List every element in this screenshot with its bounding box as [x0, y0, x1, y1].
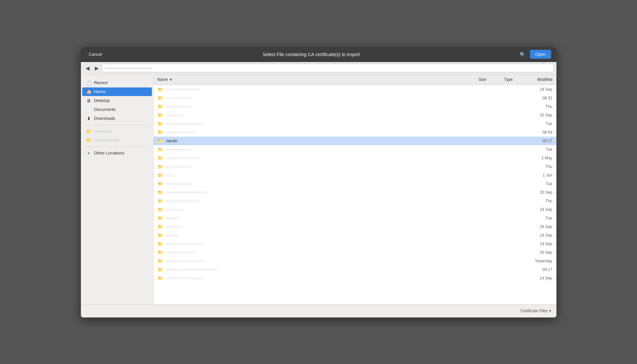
breadcrumb-text: ————————————	[105, 66, 153, 70]
file-modified: 20 Sep	[513, 113, 552, 117]
file-chooser-dialog: Cancel Select File containing CA certifi…	[81, 47, 556, 317]
filter-dropdown-icon: ▾	[549, 309, 551, 313]
folder-icon: 📁	[158, 215, 163, 221]
folder-icon: 📁	[86, 129, 91, 134]
folder-icon: 📁	[86, 138, 91, 143]
file-name: —————————	[166, 276, 204, 281]
file-modified: 18 Sep	[513, 207, 552, 212]
table-row[interactable]: 📁————26 Sep	[154, 222, 556, 231]
cancel-button[interactable]: Cancel	[86, 50, 105, 58]
file-name: ——	[166, 173, 174, 178]
sidebar-item-downloads[interactable]: ⬇ Downloads	[82, 114, 152, 123]
sidebar-item-label: Desktop	[94, 98, 110, 103]
table-row[interactable]: 📁——————————20 Sep	[154, 188, 556, 197]
sidebar-item-home[interactable]: 🏠 Home	[82, 87, 152, 96]
table-row[interactable]: 📁————————18 Sep	[154, 85, 556, 94]
col-modified-header[interactable]: Modified	[513, 77, 552, 82]
file-name: ———————	[166, 250, 196, 255]
table-row[interactable]: 📁——————Thu	[154, 162, 556, 171]
file-modified: 20 Sep	[513, 250, 552, 255]
recent-icon: 🕐	[86, 80, 91, 85]
sidebar-item-bm1[interactable]: 📁 ————	[82, 127, 152, 136]
file-name: ————	[166, 207, 183, 212]
file-name: ——————	[166, 95, 192, 100]
table-row[interactable]: 📁————20 Sep	[154, 111, 556, 119]
file-name: ——————	[166, 147, 192, 152]
table-row[interactable]: 📁———————08:59	[154, 128, 556, 137]
column-header: Name ▼ Size Type Modified	[154, 75, 556, 85]
table-row[interactable]: 📁——————Tue	[154, 180, 556, 188]
file-modified: 2 May	[513, 156, 552, 160]
file-modified: 09:17	[513, 139, 552, 143]
col-name-label: Name	[158, 77, 168, 82]
file-modified: Tue	[513, 216, 552, 220]
sidebar-item-label: Home	[94, 89, 106, 94]
table-row[interactable]: 📁————————Thu	[154, 197, 556, 205]
sidebar-places: 🕐 Recent 🏠 Home 🖥 Desktop 📄 Documents	[81, 79, 153, 123]
table-row[interactable]: 📁——————08:31	[154, 94, 556, 102]
col-size-header[interactable]: Size	[467, 77, 486, 82]
file-area: Name ▼ Size Type Modified 📁————————18 Se…	[154, 75, 556, 304]
documents-icon: 📄	[86, 107, 91, 112]
table-row[interactable]: 📁—————————18 Sep	[154, 240, 556, 248]
sidebar-item-label: Recent	[94, 80, 108, 85]
file-modified: 08:59	[513, 130, 552, 135]
file-name: ——————	[166, 104, 192, 109]
downloads-icon: ⬇	[86, 116, 91, 121]
file-name: ——————	[166, 181, 192, 186]
file-modified: 20 Sep	[513, 190, 552, 195]
folder-icon: 📁	[158, 241, 163, 247]
table-row[interactable]: 📁———Tue	[154, 214, 556, 222]
file-name: ———	[166, 233, 179, 238]
open-button[interactable]: Open	[530, 50, 551, 59]
table-row[interactable]: 📁——————Tue	[154, 145, 556, 154]
other-locations-icon: +	[86, 150, 91, 156]
sidebar-item-desktop[interactable]: 🖥 Desktop	[82, 96, 152, 105]
sidebar-item-label: ————	[94, 129, 111, 134]
sidebar-item-label: Other Locations	[94, 150, 124, 155]
folder-icon: 📁	[158, 130, 163, 135]
file-name: —————————	[166, 121, 204, 126]
file-name: .lando	[166, 138, 177, 143]
file-modified: 08:31	[513, 96, 552, 100]
table-row[interactable]: 📁———————20 Sep	[154, 248, 556, 257]
table-row[interactable]: 📁——1 Jun	[154, 171, 556, 180]
bottom-bar: Certificate Files ▾	[81, 304, 556, 317]
file-modified: 18 Sep	[513, 242, 552, 246]
sort-icon: ▼	[169, 78, 173, 82]
sidebar-item-documents[interactable]: 📄 Documents	[82, 105, 152, 114]
table-row[interactable]: 📁————————————09:17	[154, 265, 556, 274]
table-row[interactable]: 📁—————————Tue	[154, 119, 556, 128]
table-row[interactable]: 📁—————————Yesterday	[154, 257, 556, 265]
table-row[interactable]: 📁.lando09:17	[154, 137, 556, 145]
folder-icon: 📁	[158, 276, 163, 281]
file-name: —————————	[166, 241, 204, 246]
table-row[interactable]: 📁——————Thu	[154, 102, 556, 111]
table-row[interactable]: 📁———18 Sep	[154, 231, 556, 240]
folder-icon: 📁	[158, 95, 163, 101]
sidebar-item-bm2[interactable]: 📁 ——————	[82, 136, 152, 145]
col-type-header[interactable]: Type	[486, 77, 513, 82]
col-name-header[interactable]: Name ▼	[158, 77, 467, 82]
file-modified: 18 Sep	[513, 87, 552, 92]
breadcrumb[interactable]: ————————————	[102, 64, 554, 72]
file-name: ——————————	[166, 190, 209, 195]
table-row[interactable]: 📁————18 Sep	[154, 205, 556, 214]
file-modified: 1 Jun	[513, 173, 552, 178]
filter-dropdown[interactable]: Certificate Files ▾	[520, 309, 551, 313]
home-icon: 🏠	[86, 89, 91, 94]
folder-icon: 📁	[158, 138, 163, 144]
sidebar-item-other-locations[interactable]: + Other Locations	[82, 149, 152, 157]
folder-icon: 📁	[158, 198, 163, 204]
file-modified: 18 Sep	[513, 233, 552, 238]
sidebar-item-recent[interactable]: 🕐 Recent	[82, 79, 152, 87]
back-button[interactable]: ◀	[84, 64, 91, 72]
table-row[interactable]: 📁—————————14 Sep	[154, 274, 556, 282]
sidebar: 🕐 Recent 🏠 Home 🖥 Desktop 📄 Documents	[81, 75, 154, 304]
table-row[interactable]: 📁————————2 May	[154, 154, 556, 162]
file-modified: Thu	[513, 199, 552, 203]
sidebar-item-label: Documents	[94, 107, 116, 112]
forward-button[interactable]: ▶	[93, 64, 101, 72]
titlebar: Cancel Select File containing CA certifi…	[81, 47, 556, 62]
search-button[interactable]: 🔍	[518, 51, 527, 58]
